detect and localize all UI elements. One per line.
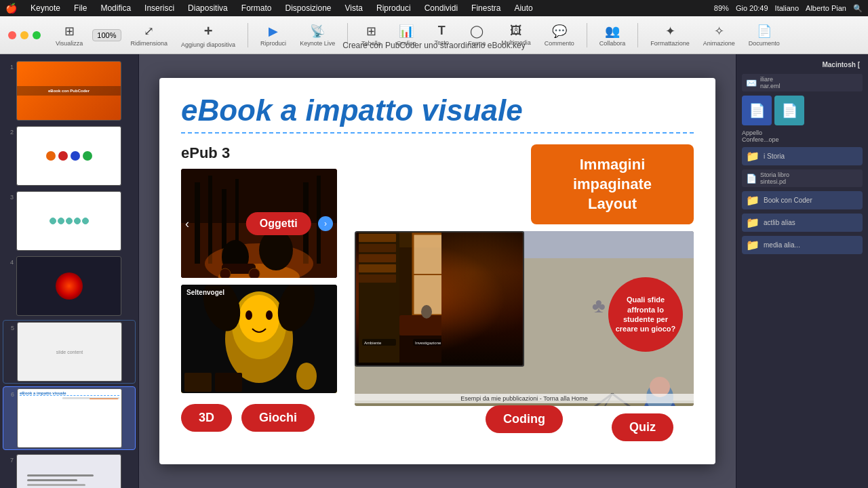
svg-point-20 xyxy=(266,310,273,320)
menubar-aiuto[interactable]: Aiuto xyxy=(511,2,535,14)
coding-button[interactable]: Coding xyxy=(486,405,563,433)
sidebar-file-storia[interactable]: 📄 Storia librosintesi.pd xyxy=(742,169,863,187)
resize-icon: ⤢ xyxy=(144,24,154,39)
giochi-button[interactable]: Giochi xyxy=(241,404,315,432)
svg-point-14 xyxy=(249,268,260,278)
slide-thumb-6[interactable]: 6 eBook a impatto visuale xyxy=(3,386,136,450)
svg-rect-2 xyxy=(195,182,200,264)
maximize-button[interactable] xyxy=(33,31,41,39)
slide-thumb-4[interactable]: 4 xyxy=(3,255,136,317)
battery-indicator: 89% xyxy=(714,4,729,12)
apple-menu[interactable]: 🍎 xyxy=(5,3,17,14)
search-icon[interactable]: 🔍 xyxy=(853,4,863,13)
quiz-button[interactable]: Quiz xyxy=(612,413,673,441)
resize-button[interactable]: ⤢ Ridimensiona xyxy=(127,21,172,49)
menubar-disposizione[interactable]: Disposizione xyxy=(282,2,334,14)
menubar-inserisci[interactable]: Inserisci xyxy=(142,2,177,14)
email-icon: ✉️ xyxy=(746,78,757,88)
menubar-file[interactable]: File xyxy=(71,2,90,14)
svg-text:♣: ♣ xyxy=(592,294,606,317)
menubar-riproduci[interactable]: Riproduci xyxy=(374,2,414,14)
sidebar-folder-media[interactable]: 📁 media alia... xyxy=(742,236,863,254)
keynote-live-icon: 📡 xyxy=(310,24,325,39)
menubar-diapositiva[interactable]: Diapositiva xyxy=(185,2,231,14)
sidebar-file-eml[interactable]: ✉️ iliarenar.eml xyxy=(742,74,863,92)
folder-book-icon: 📁 xyxy=(746,194,760,207)
svg-rect-44 xyxy=(359,234,396,242)
slide-preview-4 xyxy=(16,256,121,316)
minimize-button[interactable] xyxy=(20,31,28,39)
slide-thumb-7[interactable]: 7 xyxy=(3,453,136,488)
actlib-folder-name: actlib alias xyxy=(764,219,795,226)
macintosh-label: Macintosh [ xyxy=(742,60,863,70)
storia-filename: Storia librosintesi.pd xyxy=(760,171,789,185)
play-button[interactable]: ▶ Riproduci xyxy=(256,21,290,49)
zoom-selector[interactable]: 100% xyxy=(92,29,121,41)
main-layout: 1 eBook con PubCoder 2 3 xyxy=(0,54,868,488)
menubar-finestra[interactable]: Finestra xyxy=(469,2,503,14)
svg-rect-47 xyxy=(359,264,396,272)
chart-icon: 📊 xyxy=(399,24,414,39)
main-image: ♣ ✦ xyxy=(355,231,694,406)
document-icon: 📄 xyxy=(757,24,772,39)
slide-panel[interactable]: 1 eBook con PubCoder 2 3 xyxy=(0,54,139,488)
menubar-right: 89% Gio 20:49 Italiano Alberto Pian 🔍 xyxy=(714,4,863,13)
slide-thumb-2[interactable]: 2 xyxy=(3,125,136,187)
language-indicator: Italiano xyxy=(775,4,799,12)
action-buttons-row: Coding Quiz xyxy=(355,413,694,436)
slide-preview-6: eBook a impatto visuale xyxy=(17,388,122,448)
sidebar-folder-storia[interactable]: 📁 i Storia xyxy=(742,147,863,165)
3d-button[interactable]: 3D xyxy=(181,404,232,432)
media-folder-name: media alia... xyxy=(764,241,800,249)
slide-thumb-5[interactable]: 5 slide content xyxy=(3,320,136,384)
slide-preview-1: eBook con PubCoder xyxy=(16,61,121,121)
pdf-icon: 📄 xyxy=(746,174,757,184)
canvas-area: eBook a impatto visuale ePub 3 xyxy=(139,54,736,488)
slide-thumb-1[interactable]: 1 eBook con PubCoder xyxy=(3,60,136,122)
orange-box: Immagini impaginate Layout xyxy=(531,144,694,224)
comment-button[interactable]: 💬 Commento xyxy=(540,21,578,49)
menubar-keynote[interactable]: Keynote xyxy=(28,2,63,14)
text-icon: T xyxy=(438,24,446,38)
ope-icon[interactable]: 📄 xyxy=(774,96,804,125)
slide-num-3: 3 xyxy=(4,194,14,201)
slide-preview-5: slide content xyxy=(17,322,122,382)
document-button[interactable]: 📄 Documento xyxy=(745,21,784,49)
svg-point-11 xyxy=(259,230,293,270)
next-arrow[interactable]: › xyxy=(318,216,333,231)
sidebar-folder-book[interactable]: 📁 Book con Coder xyxy=(742,191,863,209)
svg-text:Investigazione: Investigazione xyxy=(415,341,441,345)
format-button[interactable]: ✦ Formattazione xyxy=(646,21,694,49)
menubar-formato[interactable]: Formato xyxy=(239,2,275,14)
menubar-condividi[interactable]: Condividi xyxy=(422,2,460,14)
slide-content: eBook a impatto visuale ePub 3 xyxy=(159,78,715,464)
orange-box-line2: Layout xyxy=(588,195,637,212)
menubar-vista[interactable]: Vista xyxy=(342,2,366,14)
menubar-modifica[interactable]: Modifica xyxy=(98,2,134,14)
confere-icon[interactable]: 📄 xyxy=(742,96,772,125)
comment-label: Commento xyxy=(545,40,574,47)
keynote-live-button[interactable]: 📡 Keynote Live xyxy=(296,21,339,49)
bottom-image: Seltenvogel xyxy=(181,285,337,394)
add-slide-button[interactable]: + Aggiungi diapositiva xyxy=(177,20,239,51)
comment-icon: 💬 xyxy=(552,24,567,39)
animation-button[interactable]: ✧ Animazione xyxy=(699,21,739,49)
svg-rect-45 xyxy=(359,244,396,252)
slide-thumb-3[interactable]: 3 xyxy=(3,190,136,252)
sidebar-folder-actlib[interactable]: 📁 actlib alias xyxy=(742,214,863,232)
close-button[interactable] xyxy=(8,31,16,39)
collaborate-button[interactable]: 👥 Collabora xyxy=(595,21,630,49)
view-button[interactable]: ⊞ Visualizza xyxy=(52,21,87,49)
image-caption: Esempi da mie pubblicazioni - Torna alla… xyxy=(355,394,694,403)
storia-folder-name: i Storia xyxy=(764,152,785,160)
prev-arrow[interactable]: ‹ xyxy=(185,216,189,230)
svg-rect-3 xyxy=(208,176,212,264)
slide-num-5: 5 xyxy=(5,325,14,331)
svg-rect-53 xyxy=(399,315,441,336)
confere-label: AppelloConfere...ope xyxy=(742,129,863,143)
bottom-buttons: 3D Giochi xyxy=(181,400,344,436)
view-label: Visualizza xyxy=(56,40,83,47)
oggetti-button[interactable]: Oggetti xyxy=(246,212,311,235)
separator-1 xyxy=(248,23,248,47)
svg-point-19 xyxy=(245,310,252,320)
